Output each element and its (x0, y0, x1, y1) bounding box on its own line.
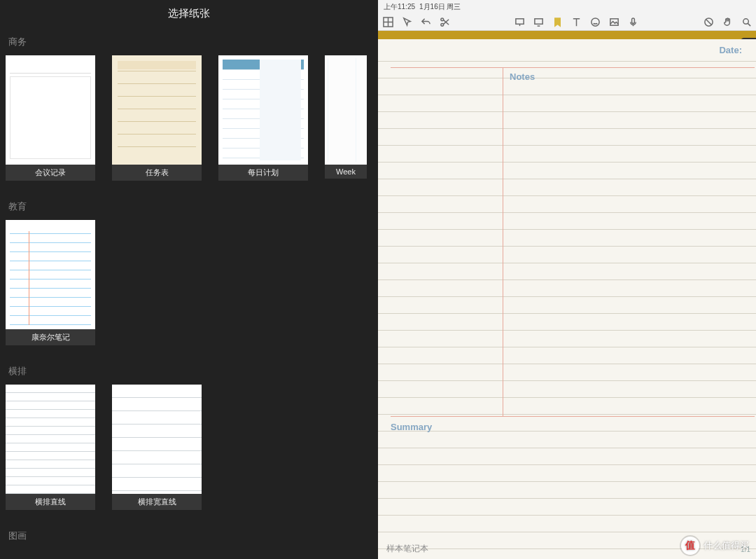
image-icon[interactable] (609, 17, 620, 28)
pointer-icon[interactable] (401, 17, 412, 28)
watermark-text: 什么值得买 (704, 539, 749, 552)
template-week[interactable]: Week (325, 55, 367, 181)
bookmark-icon[interactable] (552, 17, 564, 28)
page-date-label: Date: (719, 45, 742, 55)
svg-point-9 (743, 19, 748, 25)
template-label: Week (325, 165, 367, 179)
template-thumb (6, 55, 95, 165)
category-label-horizontal: 横排 (0, 361, 378, 385)
watermark-badge: 值 (681, 537, 699, 555)
svg-point-2 (440, 23, 443, 26)
undo-icon[interactable] (420, 17, 431, 28)
status-date: 1月16日 周三 (419, 2, 461, 12)
template-ruled[interactable]: 横排直线 (6, 385, 95, 510)
template-label: 任务表 (112, 165, 202, 181)
text-icon[interactable] (571, 17, 582, 28)
svg-point-1 (440, 18, 443, 21)
present2-icon[interactable] (533, 17, 545, 28)
template-label: 横排宽直线 (112, 494, 202, 510)
template-label: 康奈尔笔记 (6, 329, 95, 345)
svg-rect-7 (632, 18, 635, 24)
template-thumb (325, 55, 367, 165)
category-row-business: 会议记录 任务表 每日计划 Week (0, 55, 378, 196)
grid-icon[interactable] (382, 17, 393, 28)
template-label: 会议记录 (6, 165, 95, 181)
category-row-horizontal: 横排直线 横排宽直线 (0, 385, 378, 525)
category-row-education: 康奈尔笔记 (0, 220, 378, 361)
search-icon[interactable] (741, 17, 752, 28)
category-label-business: 商务 (0, 32, 378, 55)
note-preview-panel: 上午11:25 1月16日 周三 ‹ Date: (378, 0, 756, 559)
status-time: 上午11:25 (384, 2, 415, 12)
svg-point-5 (592, 18, 599, 26)
note-page[interactable]: Date: Notes Summary 样本笔记本 1/1 值 什么值得买 (378, 39, 756, 559)
notes-heading: Notes (510, 71, 535, 82)
emoji-icon[interactable] (590, 17, 601, 28)
template-label: 每日计划 (218, 165, 308, 181)
template-cornell[interactable]: 康奈尔笔记 (6, 220, 95, 345)
template-daily[interactable]: 每日计划 (218, 55, 308, 181)
editor-toolbar (378, 14, 756, 31)
category-label-drawing: 图画 (0, 525, 378, 549)
template-meeting[interactable]: 会议记录 (6, 55, 95, 181)
template-task[interactable]: 任务表 (112, 55, 202, 181)
notebook-name: 样本笔记本 (386, 543, 428, 555)
template-thumb (112, 55, 202, 165)
cue-column-line (503, 67, 503, 416)
rule-line (391, 416, 755, 417)
hand-icon[interactable] (722, 17, 733, 28)
rule-line (391, 67, 755, 68)
panel-title: 选择纸张 (0, 0, 378, 32)
template-thumb (6, 220, 95, 329)
category-label-education: 教育 (0, 196, 378, 220)
template-thumb (218, 55, 308, 165)
status-bar: 上午11:25 1月16日 周三 (378, 0, 756, 14)
svg-rect-4 (535, 19, 542, 25)
scissors-icon[interactable] (439, 17, 450, 28)
mic-icon[interactable] (628, 17, 639, 28)
template-thumb (6, 385, 95, 494)
template-ruled-wide[interactable]: 横排宽直线 (112, 385, 202, 510)
template-label: 横排直线 (6, 494, 95, 510)
present-icon[interactable] (514, 17, 526, 28)
disable-icon[interactable] (703, 17, 714, 28)
paper-chooser-panel: 选择纸张 商务 会议记录 任务表 每日计划 Week 教育 康奈尔笔记 横排 横… (0, 0, 378, 559)
watermark: 值 什么值得买 (681, 537, 749, 555)
svg-rect-3 (516, 19, 524, 25)
summary-heading: Summary (391, 422, 432, 432)
cover-strip (378, 31, 756, 39)
template-thumb (112, 385, 202, 494)
